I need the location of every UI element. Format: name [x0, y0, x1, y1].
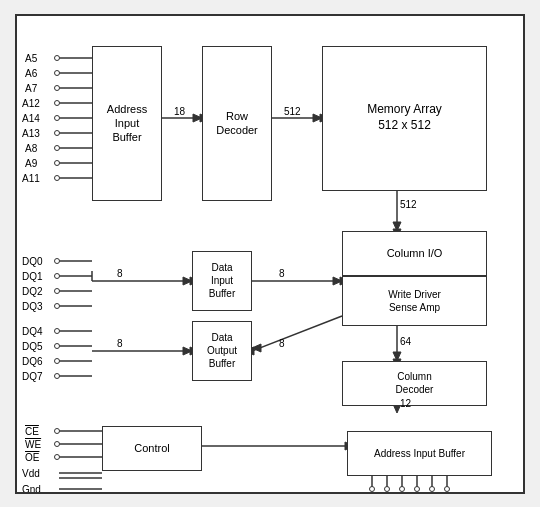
- dq6-circle: [54, 358, 60, 364]
- a7-label: A7: [25, 83, 37, 94]
- a14-label: A14: [22, 113, 40, 124]
- svg-marker-29: [183, 277, 192, 285]
- dq0-label: DQ0: [22, 256, 43, 267]
- a7-circle: [54, 85, 60, 91]
- column-io-block: Column I/O: [342, 231, 487, 276]
- svg-marker-11: [193, 114, 202, 122]
- svg-marker-42: [393, 352, 401, 361]
- write-driver-block: Write Driver Sense Amp: [342, 276, 487, 326]
- dq3-circle: [54, 303, 60, 309]
- a6-label: A6: [25, 68, 37, 79]
- a9-label: A9: [25, 158, 37, 169]
- svg-marker-17: [393, 222, 401, 231]
- a8-label: A8: [25, 143, 37, 154]
- svg-marker-14: [313, 114, 322, 122]
- data-input-buffer-block: Data Input Buffer: [192, 251, 252, 311]
- ce-label: CE: [25, 426, 39, 437]
- bus-12-label: 12: [400, 398, 411, 409]
- bus-512-col-label: 512: [400, 199, 417, 210]
- dq5-label: DQ5: [22, 341, 43, 352]
- memory-array-block: Memory Array 512 x 512: [322, 46, 487, 191]
- a1-bottom-circle: [414, 486, 420, 492]
- dq4-circle: [54, 328, 60, 334]
- a13-label: A13: [22, 128, 40, 139]
- a11-circle: [54, 175, 60, 181]
- svg-marker-35: [333, 277, 342, 285]
- dq3-label: DQ3: [22, 301, 43, 312]
- address-input-buffer-block: Address Input Buffer: [92, 46, 162, 201]
- dq2-label: DQ2: [22, 286, 43, 297]
- dq1-label: DQ1: [22, 271, 43, 282]
- we-label: WE: [25, 439, 41, 450]
- we-circle: [54, 441, 60, 447]
- bus-8-col-dout-label: 8: [279, 338, 285, 349]
- bus-8-dq-in-label: 8: [117, 268, 123, 279]
- svg-marker-38: [252, 344, 261, 352]
- dq5-circle: [54, 343, 60, 349]
- a10-bottom-circle: [444, 486, 450, 492]
- a8-circle: [54, 145, 60, 151]
- bus-18-label: 18: [174, 106, 185, 117]
- bus-64-label: 64: [400, 336, 411, 347]
- a0-bottom-circle: [429, 486, 435, 492]
- control-block: Control: [102, 426, 202, 471]
- dq7-circle: [54, 373, 60, 379]
- bus-8-din-col-label: 8: [279, 268, 285, 279]
- dq1-circle: [54, 273, 60, 279]
- a9-circle: [54, 160, 60, 166]
- a14-circle: [54, 115, 60, 121]
- a3-bottom-circle: [384, 486, 390, 492]
- address-input-buffer-bottom-block: Address Input Buffer: [347, 431, 492, 476]
- dq6-label: DQ6: [22, 356, 43, 367]
- oe-circle: [54, 454, 60, 460]
- dq0-circle: [54, 258, 60, 264]
- a13-circle: [54, 130, 60, 136]
- dq4-label: DQ4: [22, 326, 43, 337]
- a12-label: A12: [22, 98, 40, 109]
- a5-label: A5: [25, 53, 37, 64]
- a5-circle: [54, 55, 60, 61]
- a6-circle: [54, 70, 60, 76]
- bus-8-dq-out-label: 8: [117, 338, 123, 349]
- column-decoder-block: Column Decoder: [342, 361, 487, 406]
- dq7-label: DQ7: [22, 371, 43, 382]
- gnd-label: Gnd: [22, 484, 41, 494]
- dq2-circle: [54, 288, 60, 294]
- data-output-buffer-block: Data Output Buffer: [192, 321, 252, 381]
- oe-label: OE: [25, 452, 39, 463]
- svg-line-36: [252, 316, 342, 351]
- bus-512-row-label: 512: [284, 106, 301, 117]
- row-decoder-block: Row Decoder: [202, 46, 272, 201]
- ce-circle: [54, 428, 60, 434]
- vdd-label: Vdd: [22, 468, 40, 479]
- svg-marker-32: [183, 347, 192, 355]
- a4-bottom-circle: [369, 486, 375, 492]
- a11-label: A11: [22, 173, 40, 184]
- a2-bottom-circle: [399, 486, 405, 492]
- memory-diagram: Address Input Buffer Row Decoder Memory …: [15, 14, 525, 494]
- a12-circle: [54, 100, 60, 106]
